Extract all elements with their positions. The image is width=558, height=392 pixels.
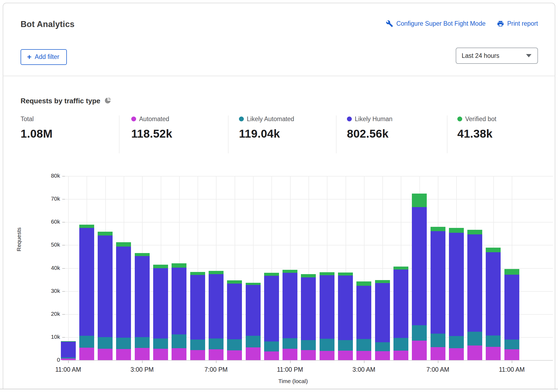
bar-segment[interactable] xyxy=(246,285,261,335)
bar-segment[interactable] xyxy=(301,274,316,277)
bar-segment[interactable] xyxy=(320,339,334,351)
bar-segment[interactable] xyxy=(338,340,353,351)
bar-segment[interactable] xyxy=(61,341,76,342)
bar-segment[interactable] xyxy=(135,337,150,348)
bar-segment[interactable] xyxy=(356,281,371,286)
bar-segment[interactable] xyxy=(79,348,94,360)
stat-verified-bot[interactable]: Verified bot 41.38k xyxy=(457,115,496,140)
bar-segment[interactable] xyxy=(209,338,224,349)
bar-segment[interactable] xyxy=(172,268,186,334)
bar-segment[interactable] xyxy=(98,337,113,349)
bar-segment[interactable] xyxy=(227,339,242,351)
add-filter-button[interactable]: + Add filter xyxy=(21,49,67,65)
bar-segment[interactable] xyxy=(412,325,427,341)
bar-segment[interactable] xyxy=(301,277,316,340)
bar-segment[interactable] xyxy=(375,351,390,360)
bar-segment[interactable] xyxy=(283,270,297,273)
bar-segment[interactable] xyxy=(227,284,242,339)
stat-likely-automated[interactable]: Likely Automated 119.04k xyxy=(239,115,294,140)
bar-segment[interactable] xyxy=(209,274,224,338)
bar-segment[interactable] xyxy=(227,280,242,283)
bar-segment[interactable] xyxy=(449,228,464,233)
bar-segment[interactable] xyxy=(412,194,427,207)
bar-segment[interactable] xyxy=(264,276,279,341)
bar-segment[interactable] xyxy=(375,280,390,283)
bar-segment[interactable] xyxy=(320,272,334,275)
bar-segment[interactable] xyxy=(190,272,205,275)
bar-segment[interactable] xyxy=(486,248,501,252)
bar-segment[interactable] xyxy=(301,350,316,360)
bar-segment[interactable] xyxy=(356,339,371,351)
bar-segment[interactable] xyxy=(209,271,224,274)
bar-segment[interactable] xyxy=(116,349,131,360)
bar-segment[interactable] xyxy=(320,275,334,339)
bar-segment[interactable] xyxy=(412,341,427,360)
bar-segment[interactable] xyxy=(449,233,464,336)
bar-segment[interactable] xyxy=(79,225,94,228)
bar-segment[interactable] xyxy=(467,332,482,346)
bar-segment[interactable] xyxy=(467,230,482,234)
bar-segment[interactable] xyxy=(375,283,390,342)
bar-segment[interactable] xyxy=(79,228,94,335)
bar-segment[interactable] xyxy=(431,334,445,347)
bar-segment[interactable] xyxy=(356,351,371,360)
bar-segment[interactable] xyxy=(338,273,353,275)
bar-segment[interactable] xyxy=(153,265,168,268)
bar-segment[interactable] xyxy=(61,358,76,360)
bar-segment[interactable] xyxy=(504,349,519,360)
bar-segment[interactable] xyxy=(246,283,261,285)
bar-segment[interactable] xyxy=(98,349,113,360)
bar-segment[interactable] xyxy=(393,267,408,270)
bar-segment[interactable] xyxy=(431,231,445,334)
bar-segment[interactable] xyxy=(264,273,279,276)
bar-segment[interactable] xyxy=(246,336,261,347)
bar-segment[interactable] xyxy=(246,347,261,360)
bar-segment[interactable] xyxy=(393,351,408,360)
bar-segment[interactable] xyxy=(227,350,242,360)
bar-segment[interactable] xyxy=(449,336,464,348)
bar-segment[interactable] xyxy=(135,348,150,360)
bar-segment[interactable] xyxy=(116,242,131,247)
bar-segment[interactable] xyxy=(412,207,427,325)
bar-segment[interactable] xyxy=(190,275,205,340)
bar-segment[interactable] xyxy=(283,273,297,338)
bar-segment[interactable] xyxy=(467,234,482,332)
bar-segment[interactable] xyxy=(190,340,205,350)
bar-segment[interactable] xyxy=(135,253,150,256)
bar-segment[interactable] xyxy=(504,269,519,275)
bar-segment[interactable] xyxy=(209,349,224,360)
bar-segment[interactable] xyxy=(283,338,297,349)
bar-segment[interactable] xyxy=(338,351,353,360)
bar-segment[interactable] xyxy=(153,349,168,360)
bar-segment[interactable] xyxy=(264,351,279,360)
bar-segment[interactable] xyxy=(135,256,150,337)
bar-segment[interactable] xyxy=(283,349,297,360)
bar-segment[interactable] xyxy=(153,268,168,338)
stat-automated[interactable]: Automated 118.52k xyxy=(131,115,172,140)
bar-segment[interactable] xyxy=(338,275,353,340)
bar-segment[interactable] xyxy=(356,286,371,339)
bar-segment[interactable] xyxy=(116,338,131,349)
bar-segment[interactable] xyxy=(301,340,316,350)
bar-segment[interactable] xyxy=(116,247,131,337)
bar-segment[interactable] xyxy=(467,346,482,360)
bar-segment[interactable] xyxy=(486,335,501,347)
bar-segment[interactable] xyxy=(172,263,186,267)
bar-segment[interactable] xyxy=(172,348,186,360)
bar-segment[interactable] xyxy=(375,342,390,351)
time-range-select[interactable]: Last 24 hours xyxy=(456,48,538,64)
configure-super-bot-fight-mode-link[interactable]: Configure Super Bot Fight Mode xyxy=(386,20,485,27)
bar-segment[interactable] xyxy=(61,342,76,357)
stat-likely-human[interactable]: Likely Human 802.56k xyxy=(347,115,392,140)
bar-segment[interactable] xyxy=(98,235,113,337)
bar-segment[interactable] xyxy=(393,270,408,338)
bar-segment[interactable] xyxy=(449,348,464,360)
bar-segment[interactable] xyxy=(172,334,186,348)
print-report-link[interactable]: Print report xyxy=(497,20,538,27)
bar-segment[interactable] xyxy=(79,336,94,348)
bar-segment[interactable] xyxy=(320,351,334,360)
bar-segment[interactable] xyxy=(486,347,501,360)
bar-segment[interactable] xyxy=(153,338,168,349)
bar-segment[interactable] xyxy=(504,340,519,349)
bar-segment[interactable] xyxy=(431,227,445,231)
